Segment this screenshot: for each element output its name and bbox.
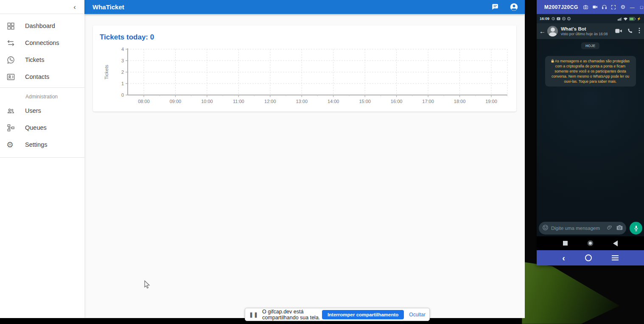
encryption-notice-text: As mensagens e as chamadas são protegida… <box>552 59 630 84</box>
app-bar: WhaTicket <box>84 0 525 14</box>
emulator-window: M2007J20CG ⚙ <box>537 0 644 265</box>
emulator-back-button[interactable]: ‹ <box>562 254 565 262</box>
fullscreen-icon[interactable] <box>610 4 617 10</box>
last-seen-status: visto por último hoje às 16:08 <box>561 32 615 36</box>
sidebar-item-label: Settings <box>25 141 47 148</box>
chat-messages-icon[interactable] <box>490 2 500 12</box>
people-icon <box>6 106 17 116</box>
message-input-row: Digite uma mensagem <box>537 221 644 235</box>
svg-text:1: 1 <box>121 81 124 86</box>
more-options-icon[interactable] <box>638 28 640 35</box>
contact-avatar[interactable] <box>547 26 558 36</box>
maximize-button[interactable]: □ <box>638 4 644 10</box>
svg-text:14:00: 14:00 <box>328 99 339 104</box>
sidebar-header: ‹ <box>0 0 84 14</box>
charging-icon: ⚡ <box>637 17 641 21</box>
phone-status-bar: 16:09 ⚡ <box>537 14 644 23</box>
svg-text:19:00: 19:00 <box>485 99 497 104</box>
recent-apps-button[interactable] <box>563 241 568 246</box>
notification-icons <box>552 17 618 20</box>
status-time: 16:09 <box>540 17 549 21</box>
back-arrow-icon[interactable]: ← <box>539 28 546 35</box>
lock-icon <box>551 59 554 63</box>
sidebar-item-settings[interactable]: ⚙ Settings <box>0 136 84 153</box>
signal-icon <box>618 17 622 21</box>
sidebar-item-contacts[interactable]: Contacts <box>0 68 84 85</box>
main-content: Tickets today: 0 4321008:0009:0010:0011:… <box>84 14 525 318</box>
tickets-chart-card: Tickets today: 0 4321008:0009:0010:0011:… <box>93 25 516 112</box>
record-video-icon[interactable] <box>592 4 598 10</box>
contact-card-icon <box>6 72 17 82</box>
account-tree-icon <box>6 123 17 133</box>
svg-text:17:00: 17:00 <box>422 99 434 104</box>
svg-text:16:00: 16:00 <box>391 99 403 104</box>
emulator-home-button[interactable] <box>585 254 592 261</box>
input-placeholder: Digite uma mensagem <box>551 226 607 231</box>
sidebar-item-tickets[interactable]: Tickets <box>0 51 84 68</box>
sidebar-item-label: Users <box>25 107 41 114</box>
mic-button[interactable] <box>630 222 642 235</box>
screenshot-camera-icon[interactable] <box>582 4 589 10</box>
home-button[interactable] <box>588 240 593 246</box>
tickets-chart: 4321008:0009:0010:0011:0012:0013:0014:00… <box>95 46 513 111</box>
message-input[interactable]: Digite uma mensagem <box>539 222 626 235</box>
svg-text:18:00: 18:00 <box>454 99 466 104</box>
browser-window: WhaTicket ‹ <box>0 0 525 318</box>
sidebar-item-queues[interactable]: Queues <box>0 119 84 136</box>
svg-text:3: 3 <box>121 58 124 63</box>
attach-paperclip-icon[interactable] <box>607 224 613 232</box>
svg-text:2: 2 <box>121 70 124 75</box>
whatsapp-icon <box>6 55 17 65</box>
svg-text:15:00: 15:00 <box>359 99 371 104</box>
svg-text:Tickets: Tickets <box>104 64 109 79</box>
sidebar-item-connections[interactable]: Connections <box>0 34 84 51</box>
svg-text:12:00: 12:00 <box>264 99 276 104</box>
svg-text:09:00: 09:00 <box>170 99 182 104</box>
sidebar: ‹ Dashboard Connections <box>0 0 84 318</box>
battery-icon <box>629 17 636 21</box>
status-right-icons: ⚡ <box>618 17 641 21</box>
card-title: Tickets today: 0 <box>93 25 516 42</box>
phone-screen: 16:09 ⚡ ← What's Bot visto por último ho… <box>537 14 644 250</box>
svg-text:11:00: 11:00 <box>233 99 244 104</box>
android-nav-bar <box>537 236 644 250</box>
sidebar-item-label: Dashboard <box>25 22 55 29</box>
emulator-title: M2007J20CG <box>544 4 578 10</box>
wifi-icon <box>623 17 628 21</box>
swap-arrows-icon <box>6 38 17 48</box>
pause-bars-icon: ❚❚ <box>249 312 258 318</box>
emoji-icon[interactable] <box>542 224 549 232</box>
sidebar-item-label: Contacts <box>25 73 49 80</box>
android-back-button[interactable] <box>613 240 618 246</box>
minimize-button[interactable]: — <box>629 4 636 10</box>
voice-call-icon[interactable] <box>627 28 633 35</box>
emulator-menu-button[interactable] <box>612 255 619 261</box>
sidebar-item-users[interactable]: Users <box>0 102 84 119</box>
sidebar-item-dashboard[interactable]: Dashboard <box>0 17 84 34</box>
svg-text:0: 0 <box>121 92 124 98</box>
screen-share-toast: ❚❚ O gifcap.dev está compartilhando sua … <box>245 308 430 321</box>
sidebar-item-label: Queues <box>25 124 47 131</box>
dashboard-icon <box>6 21 17 31</box>
settings-gear-icon[interactable]: ⚙ <box>620 4 626 10</box>
svg-text:08:00: 08:00 <box>138 99 150 104</box>
sidebar-item-label: Tickets <box>25 56 44 63</box>
stop-sharing-button[interactable]: Interromper compartilhamento <box>322 310 404 319</box>
sidebar-section-administration: Administration <box>0 88 84 102</box>
camera-icon[interactable] <box>616 224 623 232</box>
chart-svg: 4321008:0009:0010:0011:0012:0013:0014:00… <box>95 46 513 109</box>
audio-headset-icon[interactable] <box>601 4 608 10</box>
account-circle-icon[interactable] <box>509 2 519 12</box>
contact-info[interactable]: What's Bot visto por último hoje às 16:0… <box>561 26 615 36</box>
encryption-notice[interactable]: As mensagens e as chamadas são protegida… <box>545 56 636 87</box>
sidebar-collapse-button[interactable]: ‹ <box>73 3 76 11</box>
video-call-icon[interactable] <box>615 28 622 35</box>
sidebar-item-label: Connections <box>25 39 59 46</box>
emulator-toolbar: ‹ <box>537 250 644 265</box>
emulator-titlebar[interactable]: M2007J20CG ⚙ <box>537 0 644 14</box>
contact-name: What's Bot <box>561 26 615 31</box>
hide-toast-link[interactable]: Ocultar <box>409 312 426 318</box>
chat-area: HOJE As mensagens e as chamadas são prot… <box>537 39 644 236</box>
app-title: WhaTicket <box>92 3 490 11</box>
share-message: O gifcap.dev está compartilhando sua tel… <box>262 309 322 321</box>
